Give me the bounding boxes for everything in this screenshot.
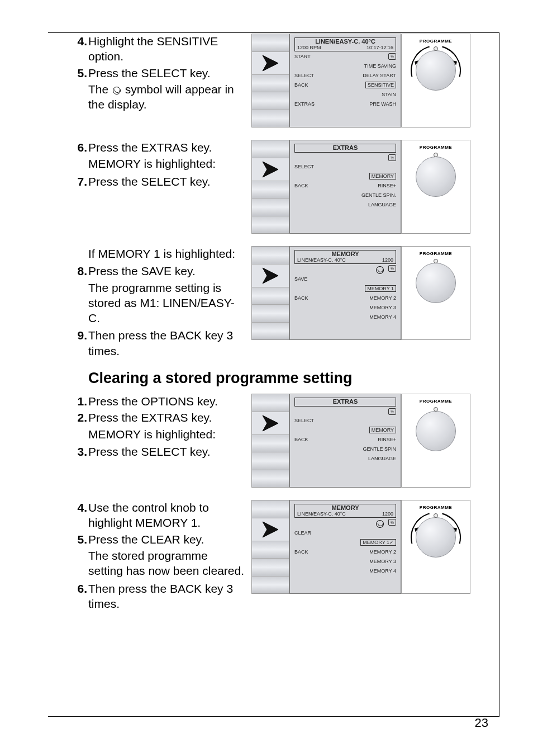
sensitive-icon <box>375 265 385 274</box>
lcd-row: MEMORY 1✓ <box>294 538 396 547</box>
panel-3: MEMORYLINEN/EASY-C. 40°C1200½SAVEMEMORY … <box>251 246 494 348</box>
lcd-screen: MEMORYLINEN/EASY-C. 40°C1200½CLEARMEMORY… <box>289 500 401 594</box>
lcd-row: MEMORY 3 <box>294 557 396 566</box>
half-load-icon: ½ <box>388 265 396 272</box>
lcd-row: GENTLE SPIN. <box>294 192 396 200</box>
lcd-row: EXTRASPRE WASH <box>294 100 396 108</box>
panel-button[interactable] <box>252 435 289 453</box>
panel-button[interactable] <box>252 394 289 412</box>
panel-button[interactable] <box>252 470 289 488</box>
step-num: 4. <box>73 34 87 64</box>
panel-button[interactable] <box>252 34 289 52</box>
knob-label: PROGRAMME <box>420 505 452 511</box>
step-text: Press the EXTRAS key. <box>88 140 245 155</box>
panel-button[interactable] <box>252 199 289 216</box>
sensitive-icon <box>375 519 385 528</box>
lcd-row: MEMORY 1 <box>294 285 396 293</box>
panel-button[interactable] <box>252 247 289 264</box>
step-text: Press the SELECT key. <box>88 444 245 459</box>
lcd-row: SELECT <box>294 417 396 426</box>
panel-arrow-icon <box>252 518 289 541</box>
step-text: Press the OPTIONS key. <box>88 394 245 409</box>
lcd-row: MEMORY <box>294 427 396 435</box>
device-panel: EXTRAS½SELECTMEMORYBACKRINSE+GENTLE SPIN… <box>251 140 494 234</box>
panel-4: EXTRAS½SELECTMEMORYBACKRINSE+GENTLE SPIN… <box>251 394 494 495</box>
note: MEMORY is highlighted: <box>88 156 245 171</box>
panel-button[interactable] <box>252 110 289 127</box>
lcd-screen: EXTRAS½SELECTMEMORYBACKRINSE+GENTLE SPIN… <box>289 394 401 488</box>
programme-knob[interactable] <box>412 153 460 201</box>
lcd-row: GENTLE SPIN <box>294 446 396 454</box>
programme-knob[interactable] <box>412 513 460 561</box>
panel-button[interactable] <box>252 577 289 594</box>
knob-area: PROGRAMME <box>401 140 470 234</box>
lcd-title: EXTRAS <box>294 398 396 407</box>
knob-area: PROGRAMME <box>401 394 470 488</box>
panel-button[interactable] <box>252 559 289 577</box>
panel-button[interactable] <box>252 75 289 93</box>
half-load-icon: ½ <box>388 408 396 415</box>
panel-button[interactable] <box>252 323 289 340</box>
lcd-row: ½ <box>294 519 396 528</box>
device-panel: MEMORYLINEN/EASY-C. 40°C1200½CLEARMEMORY… <box>251 500 494 594</box>
lcd-screen: EXTRAS½SELECTMEMORYBACKRINSE+GENTLE SPIN… <box>289 140 401 234</box>
lcd-row: ½ <box>294 154 396 162</box>
step-num: 8. <box>73 263 87 278</box>
half-load-icon: ½ <box>388 53 396 60</box>
panel-button[interactable] <box>252 92 289 110</box>
panel-button[interactable] <box>252 140 289 158</box>
panel-button[interactable] <box>252 287 289 305</box>
panel-button[interactable] <box>252 305 289 323</box>
lcd-row: LANGUAGE <box>294 455 396 464</box>
programme-knob[interactable] <box>412 46 460 94</box>
panel-button[interactable] <box>252 452 289 470</box>
lcd-title: EXTRAS <box>294 144 396 153</box>
device-panel: LINEN/EASY-C. 40°C1200 RPM10:17-12:16STA… <box>251 34 494 127</box>
lcd-row: START½ <box>294 53 396 61</box>
step-num: 7. <box>73 174 87 189</box>
panel-1: LINEN/EASY-C. 40°C1200 RPM10:17-12:16STA… <box>251 34 494 135</box>
lcd-screen: MEMORYLINEN/EASY-C. 40°C1200½SAVEMEMORY … <box>289 246 401 340</box>
lcd-row: MEMORY 4 <box>294 313 396 322</box>
panel-2: EXTRAS½SELECTMEMORYBACKRINSE+GENTLE SPIN… <box>251 140 494 242</box>
step-text: Use the control knob to highlight MEMORY… <box>88 500 245 531</box>
knob-indicator-icon <box>434 407 438 412</box>
step-text: Then press the BACK key 3 times. <box>88 581 245 612</box>
knob-label: PROGRAMME <box>420 145 452 150</box>
programme-knob[interactable] <box>412 407 460 455</box>
programme-knob[interactable] <box>412 259 460 307</box>
step-text: Then press the BACK key 3 times. <box>88 328 245 358</box>
knob-label: PROGRAMME <box>420 251 452 257</box>
panel-button[interactable] <box>252 216 289 234</box>
step-num: 3. <box>73 444 87 459</box>
device-panel: EXTRAS½SELECTMEMORYBACKRINSE+GENTLE SPIN… <box>251 394 494 488</box>
lcd-row: BACKRINSE+ <box>294 436 396 445</box>
step-text: Press the SELECT key. <box>88 174 245 189</box>
panel-5: MEMORYLINEN/EASY-C. 40°C1200½CLEARMEMORY… <box>251 500 494 602</box>
sensitive-symbol-icon <box>112 86 122 94</box>
knob-area: PROGRAMME <box>401 246 470 340</box>
panel-button[interactable] <box>252 541 289 559</box>
lcd-row: LANGUAGE <box>294 201 396 210</box>
panel-button[interactable] <box>252 181 289 199</box>
step-num: 5. <box>73 532 87 547</box>
step-extra: The stored programme setting has now bee… <box>88 548 245 579</box>
panel-button[interactable] <box>252 500 289 518</box>
lcd-row: BACKMEMORY 2 <box>294 294 396 303</box>
lcd-screen: LINEN/EASY-C. 40°C1200 RPM10:17-12:16STA… <box>289 34 401 127</box>
device-panel: MEMORYLINEN/EASY-C. 40°C1200½SAVEMEMORY … <box>251 246 494 340</box>
button-column <box>251 34 289 127</box>
step-text: Press the SAVE key. <box>88 263 245 278</box>
step-num: 2. <box>73 410 87 425</box>
lcd-row: TIME SAVING <box>294 62 396 70</box>
button-column <box>251 500 289 594</box>
lcd-row: BACKMEMORY 2 <box>294 548 396 556</box>
lcd-row: ½ <box>294 265 396 274</box>
step-num: 5. <box>73 65 87 81</box>
lcd-title: LINEN/EASY-C. 40°C1200 RPM10:17-12:16 <box>294 37 396 51</box>
section-heading: Clearing a stored programme setting <box>88 368 494 388</box>
lcd-title: MEMORYLINEN/EASY-C. 40°C1200 <box>294 504 396 518</box>
lcd-row: MEMORY <box>294 173 396 181</box>
lcd-row: STAIN <box>294 91 396 99</box>
step-text: Highlight the SENSITIVE option. <box>88 34 245 64</box>
